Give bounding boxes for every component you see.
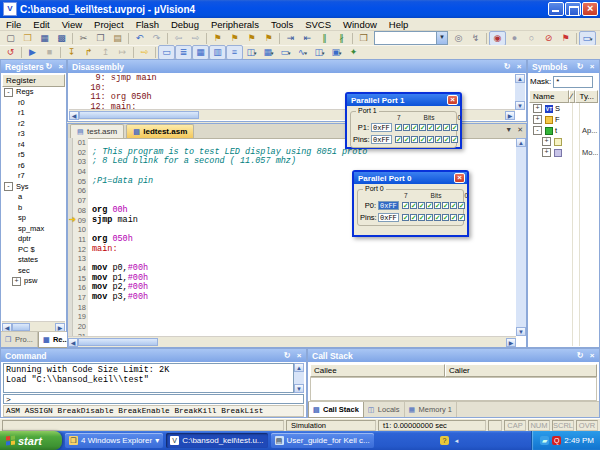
analysis-window-icon[interactable]: ∿▾: [294, 45, 311, 60]
scroll-down-icon[interactable]: ▼: [294, 384, 304, 393]
network-icon[interactable]: ▰: [540, 436, 549, 445]
bit-checkbox[interactable]: ✓: [426, 202, 433, 209]
navigate-back-icon[interactable]: ⇦: [170, 31, 187, 46]
symbols-col-sort[interactable]: ∕: [569, 90, 576, 103]
bit-checkbox[interactable]: ✓: [411, 124, 418, 131]
bit-checkbox[interactable]: ✓: [442, 202, 449, 209]
registers-window-icon[interactable]: ▥: [209, 45, 226, 60]
find-input[interactable]: [375, 32, 436, 44]
register-row-r5[interactable]: r5: [2, 150, 65, 161]
scroll-left-icon[interactable]: ◀: [69, 111, 79, 120]
register-row-r4[interactable]: r4: [2, 140, 65, 151]
menu-file[interactable]: File: [0, 18, 27, 31]
redo-icon[interactable]: ↷: [148, 31, 165, 46]
menu-project[interactable]: Project: [88, 18, 130, 31]
step-into-icon[interactable]: ↧: [63, 45, 80, 60]
task-button[interactable]: VC:\bansod_keil\test.u...: [166, 433, 267, 448]
menu-edit[interactable]: Edit: [27, 18, 55, 31]
enable-breakpoint-icon[interactable]: ○: [523, 31, 540, 46]
reset-cpu-icon[interactable]: ↺: [2, 45, 19, 60]
symbol-row[interactable]: +F: [529, 114, 598, 125]
bit-checkbox[interactable]: ✓: [450, 214, 457, 221]
bit-checkbox[interactable]: ✓: [402, 202, 409, 209]
bit-checkbox[interactable]: ✓: [442, 214, 449, 221]
menu-peripherals[interactable]: Peripherals: [205, 18, 265, 31]
bookmark-next-icon[interactable]: ⚑: [243, 31, 260, 46]
bit-checkbox[interactable]: ✓: [450, 202, 457, 209]
tree-expander-icon[interactable]: +: [542, 148, 551, 157]
bit-checkbox[interactable]: ✓: [418, 202, 425, 209]
task-button[interactable]: ▤User_guide_for Keil c...: [271, 433, 374, 448]
stop-icon[interactable]: ■: [41, 45, 58, 60]
pp0-titlebar[interactable]: Parallel Port 0 ×: [354, 172, 467, 184]
bit-checkbox[interactable]: ✓: [411, 136, 418, 143]
menu-window[interactable]: Window: [337, 18, 383, 31]
bookmark-prev-icon[interactable]: ⚑: [226, 31, 243, 46]
register-row-pc-[interactable]: PC $: [2, 245, 65, 256]
register-row-a[interactable]: a: [2, 192, 65, 203]
bit-checkbox[interactable]: ✓: [410, 202, 417, 209]
tree-expander-icon[interactable]: +: [533, 104, 542, 113]
menu-debug[interactable]: Debug: [165, 18, 205, 31]
bookmark-clear-icon[interactable]: ⚑: [260, 31, 277, 46]
editor-body[interactable]: ➔ 01020304050607080910111213141516171819…: [68, 138, 516, 336]
bit-checkbox[interactable]: ✓: [458, 214, 465, 221]
bit-checkbox[interactable]: ✓: [410, 214, 417, 221]
symbol-window-icon[interactable]: ▦: [192, 45, 209, 60]
dock-icon[interactable]: ↻: [575, 351, 585, 361]
tree-expander-icon[interactable]: +: [533, 115, 542, 124]
port-value-field[interactable]: 0xFF: [378, 213, 399, 222]
bit-checkbox[interactable]: ✓: [418, 214, 425, 221]
register-row-dptr[interactable]: dptr: [2, 234, 65, 245]
copy-icon[interactable]: ❐: [92, 31, 109, 46]
tree-expander-icon[interactable]: +: [12, 277, 21, 286]
maximize-button[interactable]: [565, 2, 581, 16]
bit-checkbox[interactable]: ✓: [427, 124, 434, 131]
task-button[interactable]: ❒4 Windows Explorer▾: [65, 433, 163, 448]
mask-input[interactable]: [553, 76, 593, 88]
bit-checkbox[interactable]: ✓: [427, 136, 434, 143]
editor-tab-ledtest-asm[interactable]: ▤ledtest.asm: [126, 124, 194, 138]
close-panel-icon[interactable]: ×: [587, 351, 597, 361]
minimize-button[interactable]: [548, 2, 564, 16]
symbols-col-type[interactable]: Ty...: [575, 90, 598, 103]
tree-expander-icon[interactable]: -: [533, 126, 542, 135]
toolbox-icon[interactable]: ✦: [345, 45, 362, 60]
scroll-up-icon[interactable]: ▲: [516, 138, 526, 147]
register-row-regs[interactable]: -Regs: [2, 87, 65, 98]
cut-icon[interactable]: ✂: [75, 31, 92, 46]
dock-icon[interactable]: ↻: [502, 62, 512, 72]
start-button[interactable]: start: [0, 431, 62, 450]
volume-icon[interactable]: ◂: [452, 436, 461, 445]
register-row-sys[interactable]: -Sys: [2, 182, 65, 193]
symbol-row[interactable]: +VTS: [529, 103, 598, 114]
bit-checkbox[interactable]: ✓: [403, 124, 410, 131]
bit-checkbox[interactable]: ✓: [419, 124, 426, 131]
save-icon[interactable]: ▦: [36, 31, 53, 46]
call-stack-body[interactable]: [310, 377, 597, 401]
serial-window-icon[interactable]: ▭▾: [277, 45, 294, 60]
menu-tools[interactable]: Tools: [265, 18, 299, 31]
register-row-states[interactable]: states: [2, 255, 65, 266]
register-row-sec[interactable]: sec: [2, 266, 65, 277]
register-row-b[interactable]: b: [2, 203, 65, 214]
menu-flash[interactable]: Flash: [130, 18, 165, 31]
command-vscrollbar[interactable]: ▲ ▼: [294, 363, 304, 393]
register-row-sp_max[interactable]: sp_max: [2, 224, 65, 235]
bit-checkbox[interactable]: ✓: [426, 214, 433, 221]
bit-checkbox[interactable]: ✓: [451, 136, 458, 143]
register-row-r7[interactable]: r7: [2, 171, 65, 182]
close-icon[interactable]: ×: [454, 173, 465, 183]
scroll-down-icon[interactable]: ▼: [515, 101, 525, 110]
bit-checkbox[interactable]: ✓: [451, 124, 458, 131]
kill-breakpoints-icon[interactable]: ⊘: [540, 31, 557, 46]
close-panel-icon[interactable]: ×: [514, 62, 524, 72]
watch-window-icon[interactable]: ◫▾: [243, 45, 260, 60]
tab-call-stack[interactable]: ▤Call Stack: [308, 402, 364, 418]
uncomment-icon[interactable]: ∦: [333, 31, 350, 46]
port-value-field[interactable]: 0xFF: [371, 123, 392, 132]
insert-breakpoint-icon[interactable]: ●: [506, 31, 523, 46]
registers-column-header[interactable]: Register: [2, 74, 65, 87]
tab-locals[interactable]: ◫Locals: [364, 402, 405, 417]
bit-checkbox[interactable]: ✓: [434, 202, 441, 209]
